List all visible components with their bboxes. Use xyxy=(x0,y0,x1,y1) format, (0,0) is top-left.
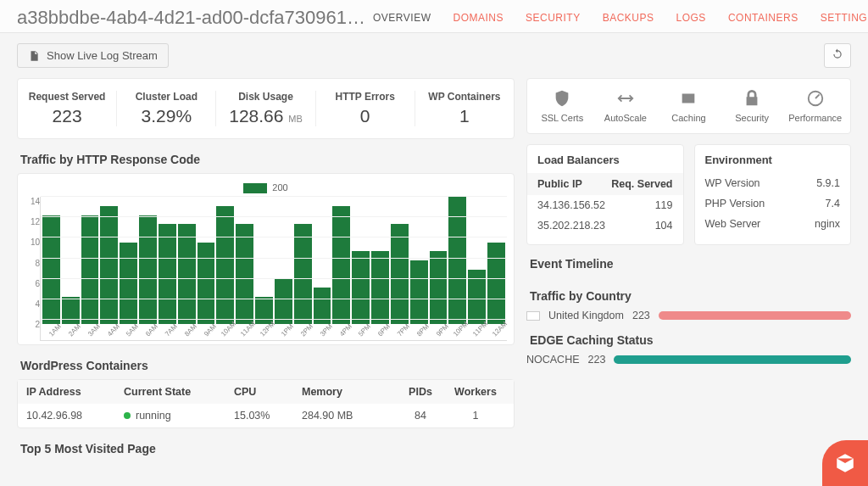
top-pages-card: Top 5 Most Visited Page xyxy=(17,440,515,462)
shortcut-performance[interactable]: Performance xyxy=(783,89,847,123)
wp-table-header: IP Address Current State CPU Memory PIDs… xyxy=(18,380,514,404)
stat-request-served: Request Served 223 xyxy=(18,91,117,126)
bar xyxy=(100,206,118,324)
document-icon xyxy=(28,50,40,62)
lb-row: 35.202.218.23104 xyxy=(537,215,673,236)
shield-icon xyxy=(553,89,571,108)
nav-containers[interactable]: CONTAINERS xyxy=(728,12,798,24)
disk-icon xyxy=(679,89,698,108)
traffic-chart-card: Traffic by HTTP Response Code 200 141210… xyxy=(17,151,515,345)
wp-table-row: 10.42.96.98 running 15.03% 284.90 MB 84 … xyxy=(18,404,514,427)
bar xyxy=(236,224,253,324)
chart-y-axis: 1412108642 xyxy=(25,197,40,341)
stat-http-errors: HTTP Errors 0 xyxy=(316,91,415,126)
shortcut-row: SSL Certs AutoScale Caching Security Per… xyxy=(526,78,851,134)
bar xyxy=(410,260,428,324)
bar xyxy=(294,224,312,324)
bar xyxy=(81,215,99,325)
toolbar: Show Live Log Stream xyxy=(0,33,868,78)
env-row: Web Servernginx xyxy=(705,214,841,234)
show-log-button[interactable]: Show Live Log Stream xyxy=(17,43,169,68)
bar xyxy=(275,279,292,325)
bar xyxy=(430,251,448,324)
bar xyxy=(332,206,350,324)
shortcut-security[interactable]: Security xyxy=(721,89,784,123)
flag-icon xyxy=(526,311,540,321)
country-bar xyxy=(659,311,851,320)
bar xyxy=(216,206,234,324)
nav-backups[interactable]: BACKUPS xyxy=(603,12,654,24)
bar xyxy=(62,297,80,324)
env-row: PHP Version7.4 xyxy=(705,193,841,214)
shortcut-autoscale[interactable]: AutoScale xyxy=(594,89,658,123)
refresh-button[interactable] xyxy=(824,43,851,68)
nav-overview[interactable]: OVERVIEW xyxy=(373,12,431,24)
env-row: WP Version5.9.1 xyxy=(705,173,841,193)
arrows-h-icon xyxy=(616,89,635,108)
chart-legend: 200 xyxy=(25,182,507,193)
lock-icon xyxy=(743,89,761,108)
bar xyxy=(139,215,157,325)
site-id-title: a38bbdbe-4ab4-4d21-ad00-dcfa73096149.fs0… xyxy=(17,7,373,29)
bar xyxy=(120,243,137,324)
cache-bar xyxy=(614,355,851,364)
chart-title: Traffic by HTTP Response Code xyxy=(20,153,515,166)
stat-disk-usage: Disk Usage 128.66 MB xyxy=(216,91,315,126)
edge-cache-card: EDGE Caching Status NOCACHE 223 xyxy=(526,332,851,366)
summary-stats: Request Served 223 Cluster Load 3.29% Di… xyxy=(17,78,515,139)
nav-security[interactable]: SECURITY xyxy=(526,12,581,24)
stat-cluster-load: Cluster Load 3.29% xyxy=(117,91,216,126)
nav-domains[interactable]: DOMAINS xyxy=(453,12,504,24)
bar xyxy=(42,215,60,325)
bar xyxy=(178,224,196,324)
lb-row: 34.136.156.52119 xyxy=(537,195,673,215)
environment-card: Environment WP Version5.9.1 PHP Version7… xyxy=(694,144,852,245)
header-bar: a38bbdbe-4ab4-4d21-ad00-dcfa73096149.fs0… xyxy=(0,0,868,33)
bar xyxy=(198,243,215,324)
bar xyxy=(391,224,409,324)
top-pages-title: Top 5 Most Visited Page xyxy=(20,442,515,455)
top-nav: OVERVIEW DOMAINS SECURITY BACKUPS LOGS C… xyxy=(373,12,868,24)
load-balancers-card: Load Balancers Public IPReq. Served 34.1… xyxy=(526,144,684,245)
stat-wp-containers: WP Containers 1 xyxy=(415,91,514,126)
wp-containers-title: WordPress Containers xyxy=(20,359,515,372)
shortcut-ssl[interactable]: SSL Certs xyxy=(531,89,594,123)
show-log-label: Show Live Log Stream xyxy=(47,49,158,62)
nav-logs[interactable]: LOGS xyxy=(676,12,706,24)
wp-containers-card: WordPress Containers IP Address Current … xyxy=(17,357,515,428)
bar xyxy=(159,224,176,324)
status-dot-icon xyxy=(124,412,131,419)
bar xyxy=(371,251,389,324)
gauge-icon xyxy=(806,89,825,108)
refresh-icon xyxy=(832,48,843,60)
chart-bars: 1AM2AM3AM4AM5AM6AM7AM8AM9AM10AM11AM12PM1… xyxy=(40,197,507,341)
event-timeline-card: Event Timeline xyxy=(526,255,851,277)
nav-settings[interactable]: SETTINGS xyxy=(821,12,868,24)
bar xyxy=(487,243,505,324)
bar xyxy=(352,251,370,324)
shortcut-caching[interactable]: Caching xyxy=(657,89,721,123)
cube-icon xyxy=(834,452,856,474)
help-fab[interactable] xyxy=(822,440,868,486)
traffic-country-card: Traffic by Country United Kingdom 223 xyxy=(526,288,851,321)
